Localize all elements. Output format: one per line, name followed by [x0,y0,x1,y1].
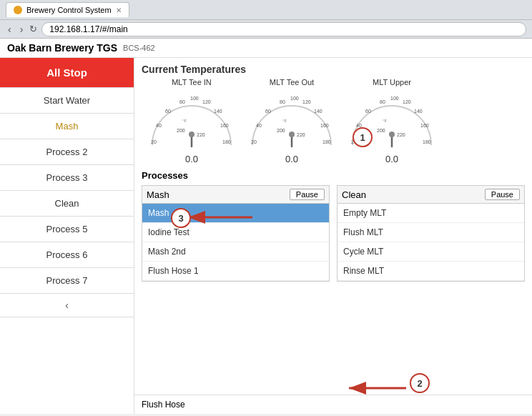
annotation-2: 2 [410,373,430,393]
sidebar-process5[interactable]: Process 5 [0,217,134,242]
sidebar-clean[interactable]: Clean [0,191,134,217]
tab-favicon [14,6,22,14]
processes-section: Processes Mash Pause Mash Iodine Test [134,164,532,282]
sidebar-mash[interactable]: Mash [0,114,134,139]
svg-text:20: 20 [151,139,157,144]
gauge-mlt-upper-value: 0.0 [385,154,398,164]
svg-text:40: 40 [256,123,262,128]
svg-text:180: 180 [423,139,431,144]
clean-row-rinse[interactable]: Rinse MLT [338,262,524,281]
main-layout: All Stop Start Water Mash Process 2 Proc… [0,58,532,414]
clean-row-cycle[interactable]: Cycle MLT [338,242,524,262]
content-area: 1 2 3 Current Temperatures [134,58,532,414]
svg-text:80: 80 [179,99,185,104]
mash-row-iodine[interactable]: Iodine Test [142,223,329,242]
gauge-mlt-tee-in-label: MLT Tee IN [172,78,212,86]
gauge-mlt-tee-out-label: MLT Tee Out [270,78,314,86]
sidebar-process7[interactable]: Process 7 [0,268,134,294]
gauge-mlt-tee-out: MLT Tee Out 20 40 60 80 100 120 140 160 … [242,78,342,164]
svg-point-45 [389,132,395,137]
svg-text:160: 160 [420,123,429,128]
flush-hose-label: Flush Hose [142,400,185,410]
svg-point-31 [289,132,295,137]
app-header: Oak Barn Brewery TGS BCS-462 [0,39,532,58]
clean-row-empty[interactable]: Empty MLT [338,204,524,223]
svg-text:20: 20 [251,139,257,144]
mash-row-mash2nd[interactable]: Mash 2nd [142,242,329,262]
svg-point-17 [189,132,194,137]
mash-pause-button[interactable]: Pause [290,189,325,200]
temp-section-title: Current Temperatures [134,58,532,78]
svg-text:220: 220 [197,132,205,137]
svg-text:220: 220 [297,132,305,137]
svg-text:160: 160 [220,123,229,128]
process-tables: Mash Pause Mash Iodine Test Mash 2nd Flu… [142,185,525,282]
all-stop-button[interactable]: All Stop [0,58,134,88]
svg-text:220: 220 [397,132,405,137]
clean-row-flush-label: Flush MLT [343,227,518,237]
svg-text:°F: °F [282,119,287,123]
svg-text:100: 100 [190,96,199,101]
svg-text:140: 140 [314,109,322,114]
processes-title: Processes [142,170,525,181]
svg-text:120: 120 [202,99,211,104]
url-input[interactable]: 192.168.1.17/#/main [41,22,526,36]
gauge-mlt-upper: MLT Upper 20 40 60 80 100 120 140 160 18… [342,78,442,164]
gauge-mlt-tee-in-value: 0.0 [185,154,198,164]
svg-text:100: 100 [390,96,399,101]
mash-row-flush-hose1-label: Flush Hose 1 [148,266,323,276]
reload-button[interactable]: ↻ [29,24,37,34]
app-title: Oak Barn Brewery TGS [7,42,117,54]
svg-text:80: 80 [280,99,285,104]
mash-row-mash[interactable]: Mash [142,204,329,223]
app-subtitle: BCS-462 [123,44,155,52]
sidebar-collapse-button[interactable]: ‹ [0,294,134,317]
svg-text:40: 40 [156,123,162,128]
sidebar-process6[interactable]: Process 6 [0,242,134,268]
active-tab[interactable]: Brewery Control System ✕ [6,2,129,17]
gauge-mlt-tee-out-value: 0.0 [285,154,298,164]
address-bar: ‹ › ↻ 192.168.1.17/#/main [0,20,532,39]
tab-title: Brewery Control System [26,6,112,14]
svg-text:140: 140 [214,109,222,114]
clean-table-header: Clean Pause [338,186,524,204]
svg-text:60: 60 [365,109,371,114]
svg-text:200: 200 [277,128,285,133]
svg-text:°F: °F [383,119,387,123]
mash-table-header: Mash Pause [142,186,329,204]
clean-row-cycle-label: Cycle MLT [343,247,518,257]
sidebar-start-water[interactable]: Start Water [0,88,134,114]
svg-text:°F: °F [182,119,187,123]
mash-table-title: Mash [147,189,169,200]
svg-text:80: 80 [380,99,385,104]
tab-close-button[interactable]: ✕ [116,6,122,14]
clean-table-title: Clean [342,189,366,200]
clean-row-empty-label: Empty MLT [343,208,518,218]
svg-text:200: 200 [177,128,185,133]
gauge-mlt-tee-out-svg: 20 40 60 80 100 120 140 160 180 °F 200 2… [245,88,338,152]
browser-tab-bar: Brewery Control System ✕ [0,0,532,20]
back-button[interactable]: ‹ [6,24,14,35]
svg-text:100: 100 [290,96,299,101]
svg-text:120: 120 [302,99,311,104]
mash-row-flush-hose1[interactable]: Flush Hose 1 [142,262,329,281]
svg-text:120: 120 [403,99,411,104]
forward-button[interactable]: › [18,24,26,35]
mash-process-table: Mash Pause Mash Iodine Test Mash 2nd Flu… [142,185,330,282]
svg-text:160: 160 [320,123,329,128]
svg-text:60: 60 [265,109,271,114]
sidebar-process3[interactable]: Process 3 [0,165,134,191]
gauges-row: MLT Tee IN 20 40 60 80 100 120 140 160 1… [134,78,532,164]
flush-hose-bar: Flush Hose [134,395,532,414]
annotation-3: 3 [171,208,191,228]
svg-text:60: 60 [165,109,171,114]
sidebar-process2[interactable]: Process 2 [0,139,134,165]
gauge-mlt-upper-label: MLT Upper [373,78,411,86]
annotation-1: 1 [353,127,373,147]
clean-row-flush[interactable]: Flush MLT [338,223,524,242]
svg-text:180: 180 [322,139,331,144]
clean-row-rinse-label: Rinse MLT [343,266,518,276]
svg-text:200: 200 [377,128,385,133]
svg-text:140: 140 [414,109,423,114]
clean-pause-button[interactable]: Pause [485,189,520,200]
